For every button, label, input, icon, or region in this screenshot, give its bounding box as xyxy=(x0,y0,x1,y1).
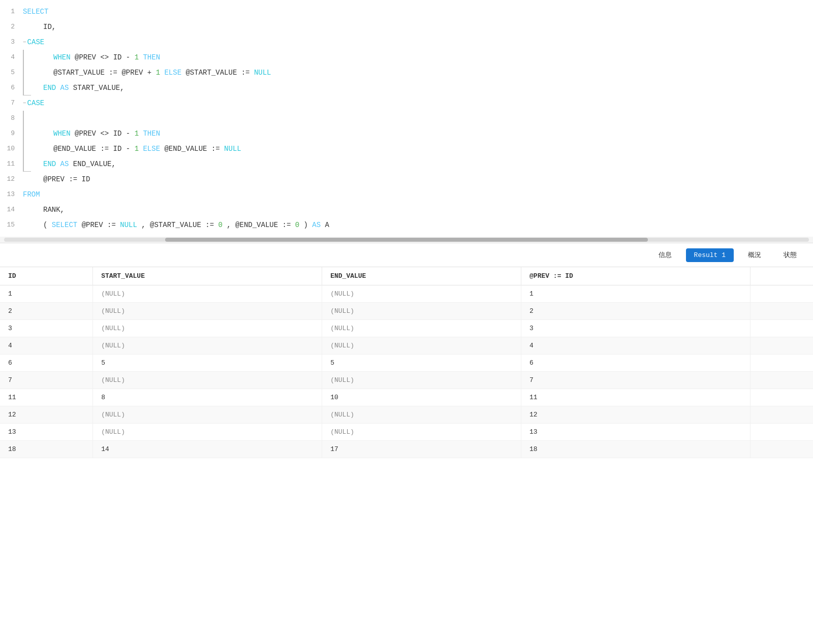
code-line-13: 13 FROM xyxy=(0,187,813,202)
table-cell: 6 xyxy=(521,355,751,372)
table-row: 4(NULL)(NULL)4 xyxy=(0,337,813,355)
table-row: 13(NULL)(NULL)13 xyxy=(0,424,813,441)
table-cell: 3 xyxy=(0,320,93,337)
table-row: 1181011 xyxy=(0,389,813,406)
code-line-8: 8 xyxy=(0,111,813,126)
tab-overview[interactable]: 概況 xyxy=(740,247,769,263)
table-cell: 18 xyxy=(0,441,93,458)
table-cell: 5 xyxy=(322,355,521,372)
table-row: 12(NULL)(NULL)12 xyxy=(0,406,813,424)
fold-icon-7[interactable]: − xyxy=(23,95,26,111)
table-cell: (NULL) xyxy=(93,303,322,320)
code-line-15: 15 ( SELECT @PREV := NULL , @START_VALUE… xyxy=(0,217,813,233)
table-cell: 12 xyxy=(0,406,93,424)
table-cell: 17 xyxy=(322,441,521,458)
code-line-2: 2 ID, xyxy=(0,19,813,35)
results-table: ID START_VALUE END_VALUE @PREV := ID 1(N… xyxy=(0,267,813,458)
table-cell: (NULL) xyxy=(93,320,322,337)
code-line-14: 14 RANK, xyxy=(0,202,813,217)
tab-status[interactable]: 状態 xyxy=(775,247,805,263)
table-cell: (NULL) xyxy=(93,372,322,389)
table-cell: 7 xyxy=(521,372,751,389)
table-row: 18141718 xyxy=(0,441,813,458)
table-cell: (NULL) xyxy=(93,285,322,303)
editor-area: 1 SELECT 2 ID, 3 − CASE 4 WH xyxy=(0,0,813,243)
code-container: 1 SELECT 2 ID, 3 − CASE 4 WH xyxy=(0,0,813,237)
table-header-row: ID START_VALUE END_VALUE @PREV := ID xyxy=(0,267,813,285)
table-cell: (NULL) xyxy=(93,406,322,424)
table-cell: 14 xyxy=(93,441,322,458)
col-header-id: ID xyxy=(0,267,93,285)
table-cell: 6 xyxy=(0,355,93,372)
code-line-11: 11 END AS END_VALUE, xyxy=(0,156,813,172)
table-cell: 2 xyxy=(0,303,93,320)
table-cell: 4 xyxy=(521,337,751,355)
table-cell: 11 xyxy=(0,389,93,406)
tabs-bar: 信息 Result 1 概況 状態 xyxy=(0,243,813,267)
table-cell: 11 xyxy=(521,389,751,406)
code-line-4: 4 WHEN @PREV <> ID - 1 THEN xyxy=(0,50,813,65)
col-header-prev-id: @PREV := ID xyxy=(521,267,751,285)
table-cell: 13 xyxy=(0,424,93,441)
table-cell: 12 xyxy=(521,406,751,424)
table-cell: 7 xyxy=(0,372,93,389)
table-cell: (NULL) xyxy=(322,406,521,424)
table-cell: (NULL) xyxy=(93,337,322,355)
table-cell: (NULL) xyxy=(322,372,521,389)
table-cell: (NULL) xyxy=(322,285,521,303)
table-row: 3(NULL)(NULL)3 xyxy=(0,320,813,337)
code-line-7: 7 − CASE xyxy=(0,95,813,111)
table-cell: (NULL) xyxy=(322,424,521,441)
table-cell: 8 xyxy=(93,389,322,406)
table-cell: (NULL) xyxy=(322,320,521,337)
code-line-1: 1 SELECT xyxy=(0,4,813,19)
tab-result1[interactable]: Result 1 xyxy=(686,248,734,262)
table-cell: (NULL) xyxy=(322,303,521,320)
table-cell: 2 xyxy=(521,303,751,320)
code-line-6: 6 END AS START_VALUE, xyxy=(0,80,813,95)
table-cell: 4 xyxy=(0,337,93,355)
code-line-5: 5 @START_VALUE := @PREV + 1 ELSE @START_… xyxy=(0,65,813,80)
table-cell: 3 xyxy=(521,320,751,337)
col-header-start-value: START_VALUE xyxy=(93,267,322,285)
tab-info[interactable]: 信息 xyxy=(650,247,680,263)
code-line-9: 9 WHEN @PREV <> ID - 1 THEN xyxy=(0,126,813,141)
col-header-empty xyxy=(751,267,813,285)
table-cell: 1 xyxy=(521,285,751,303)
table-row: 7(NULL)(NULL)7 xyxy=(0,372,813,389)
table-row: 2(NULL)(NULL)2 xyxy=(0,303,813,320)
code-line-3: 3 − CASE xyxy=(0,35,813,50)
horizontal-scrollbar[interactable] xyxy=(0,237,813,243)
table-cell: (NULL) xyxy=(93,424,322,441)
table-row: 1(NULL)(NULL)1 xyxy=(0,285,813,303)
table-cell: 1 xyxy=(0,285,93,303)
table-cell: 10 xyxy=(322,389,521,406)
table-cell: 18 xyxy=(521,441,751,458)
table-row: 6556 xyxy=(0,355,813,372)
table-cell: 5 xyxy=(93,355,322,372)
results-area: ID START_VALUE END_VALUE @PREV := ID 1(N… xyxy=(0,267,813,458)
fold-icon-3[interactable]: − xyxy=(23,35,26,50)
table-cell: (NULL) xyxy=(322,337,521,355)
code-line-12: 12 @PREV := ID xyxy=(0,172,813,187)
table-cell: 13 xyxy=(521,424,751,441)
col-header-end-value: END_VALUE xyxy=(322,267,521,285)
code-line-10: 10 @END_VALUE := ID - 1 ELSE @END_VALUE … xyxy=(0,141,813,156)
